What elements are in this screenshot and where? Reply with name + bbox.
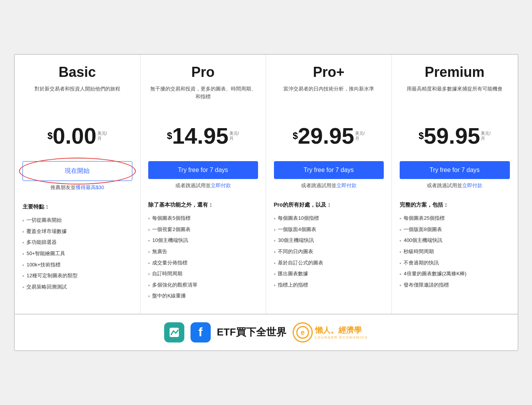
lounger-main-text: 懶人。經濟學 — [315, 325, 362, 335]
list-item: •30個主機端快訊 — [274, 235, 384, 247]
price-area-pro: $14.95美元/月 — [148, 122, 258, 149]
bullet-icon: • — [23, 228, 24, 236]
price-label-proplus: 美元/月 — [354, 131, 365, 141]
skip-link-proplus[interactable]: 立即付款 — [336, 183, 357, 188]
cta-button-pro[interactable]: Try free for 7 days — [148, 161, 258, 179]
list-item: •一個版面4個圖表 — [274, 224, 384, 236]
list-item: •4倍量的圖表數據(2萬條K棒) — [400, 269, 510, 280]
bullet-icon: • — [400, 237, 402, 245]
price-label-pro: 美元/月 — [229, 131, 239, 141]
list-item: •多功能篩選器 — [23, 237, 132, 249]
pricing-grid: Basic對於新交易者和投資人開始他們的旅程$0.00美元/月現在開始推薦朋友並… — [15, 55, 518, 315]
bullet-icon: • — [400, 282, 402, 290]
feature-list-basic: •一切從圖表開始•覆蓋全球市場數據•多功能篩選器•50+智能繪圖工具•100k+… — [23, 215, 132, 293]
bullet-icon: • — [274, 226, 276, 234]
feature-text: 不同的日內圖表 — [278, 248, 313, 255]
list-item: •自訂時間周期 — [148, 269, 258, 280]
plan-desc-basic: 對於新交易者和投資人開始他們的旅程 — [23, 85, 132, 108]
list-item: •成交量分佈指標 — [148, 258, 258, 269]
svg-text:e: e — [301, 329, 305, 336]
list-item: •匯出圖表數據 — [274, 269, 384, 280]
feature-text: 400個主機端快訊 — [404, 237, 442, 244]
plan-col-premium: Premium用最高精度和最多數據來捕捉所有可能機會$59.95美元/月Try … — [392, 55, 518, 314]
price-main-basic: 0.00 — [53, 125, 97, 147]
feature-list-premium: •每個圖表25個指標•一個版面8個圖表•400個主機端快訊•秒級時間周期•不會過… — [400, 213, 510, 291]
bullet-icon: • — [148, 271, 150, 278]
feature-text: 100k+技術指標 — [26, 261, 61, 268]
bullet-icon: • — [400, 260, 402, 268]
bullet-icon: • — [23, 250, 24, 258]
facebook-logo: f — [191, 322, 211, 342]
price-main-premium: 59.95 — [424, 125, 480, 147]
feature-text: 50+智能繪圖工具 — [26, 250, 65, 257]
price-unit-premium: 月 — [481, 136, 490, 141]
bullet-icon: • — [148, 215, 150, 223]
features-section-premium: 完整的方案，包括：•每個圖表25個指標•一個版面8個圖表•400個主機端快訊•秒… — [400, 202, 510, 291]
price-area-proplus: $29.95美元/月 — [274, 122, 384, 149]
plan-name-pro: Pro — [148, 64, 258, 80]
cta-area-basic: 現在開始推薦朋友並獲得最高$30 — [23, 161, 132, 191]
feature-text: 一切從圖表開始 — [26, 217, 62, 224]
skip-link-pro[interactable]: 立即付款 — [211, 183, 231, 188]
features-section-proplus: Pro的所有好處，以及：•每個圖表10個指標•一個版面4個圖表•30個主機端快訊… — [274, 202, 384, 291]
lounger-logo: e 懶人。經濟學 LOUNGER ECONOMICS — [293, 322, 368, 342]
skip-text-pro: 或者跳過試用並立即付款 — [148, 182, 258, 189]
price-main-proplus: 29.95 — [298, 125, 354, 147]
skip-text-premium: 或者跳過試用並立即付款 — [400, 182, 510, 189]
list-item: •100k+技術指標 — [23, 260, 132, 271]
price-area-premium: $59.95美元/月 — [400, 122, 510, 149]
price-currency-pro: 美元/ — [229, 131, 239, 136]
feature-text: 多功能篩選器 — [26, 239, 57, 246]
list-item: •10個主機端快訊 — [148, 235, 258, 247]
bullet-icon: • — [148, 293, 150, 301]
cta-button-premium[interactable]: Try free for 7 days — [400, 161, 510, 179]
feature-text: 10個主機端快訊 — [152, 237, 188, 244]
skip-link-premium[interactable]: 立即付款 — [462, 183, 482, 188]
bullet-icon: • — [274, 249, 276, 256]
price-currency-premium: 美元/ — [481, 131, 490, 136]
feature-list-proplus: •每個圖表10個指標•一個版面4個圖表•30個主機端快訊•不同的日內圖表•基於自… — [274, 213, 384, 291]
feature-text: 秒級時間周期 — [404, 248, 434, 255]
feature-text: 每個圖表10個指標 — [278, 215, 319, 222]
list-item: •交易策略回溯測試 — [23, 282, 132, 293]
price-area-basic: $0.00美元/月 — [23, 122, 132, 149]
list-item: •多個強化的觀察清單 — [148, 280, 258, 291]
cta-area-pro: Try free for 7 days或者跳過試用並立即付款 — [148, 161, 258, 189]
list-item: •每個圖表10個指標 — [274, 213, 384, 224]
bullet-icon: • — [23, 217, 24, 225]
plan-name-proplus: Pro+ — [274, 64, 384, 80]
cta-button-proplus[interactable]: Try free for 7 days — [274, 161, 384, 179]
feature-text: 一個版面8個圖表 — [404, 226, 442, 233]
footer-middle-text: ETF買下全世界 — [217, 325, 286, 339]
lounger-icon: e — [293, 322, 313, 342]
bullet-icon: • — [400, 226, 402, 234]
list-item: •秒級時間周期 — [400, 247, 510, 258]
bullet-icon: • — [148, 249, 150, 256]
bullet-icon: • — [23, 239, 24, 247]
bullet-icon: • — [148, 226, 150, 234]
list-item: •一個視窗2個圖表 — [148, 224, 258, 236]
bullet-icon: • — [23, 284, 24, 292]
bullet-icon: • — [274, 215, 276, 223]
list-item: •50+智能繪圖工具 — [23, 249, 132, 260]
feature-text: 一個視窗2個圖表 — [152, 226, 190, 233]
features-section-basic: 主要特點：•一切從圖表開始•覆蓋全球市場數據•多功能篩選器•50+智能繪圖工具•… — [23, 203, 132, 293]
cta-button-basic[interactable]: 現在開始 — [23, 161, 132, 181]
feature-text: 30個主機端快訊 — [278, 237, 314, 244]
features-title-pro: 除了基本功能之外，還有： — [148, 202, 258, 209]
list-item: •每個圖表25個指標 — [400, 213, 510, 224]
feature-text: 成交量分佈指標 — [152, 259, 187, 266]
bullet-icon: • — [274, 271, 276, 278]
plan-col-pro: Pro無干擾的交易和投資，更多的圖表、時間周期、和指標$14.95美元/月Try… — [140, 55, 266, 314]
feature-text: 不會過期的快訊 — [404, 259, 439, 266]
feature-text: 指標上的指標 — [278, 282, 308, 289]
feature-text: 12種可定制圖表的類型 — [26, 272, 77, 279]
price-main-pro: 14.95 — [172, 125, 229, 147]
refer-link-basic[interactable]: 獲得最高$30 — [76, 184, 104, 190]
list-item: •一個版面8個圖表 — [400, 224, 510, 236]
feature-text: 自訂時間周期 — [152, 270, 182, 277]
bullet-icon: • — [148, 282, 150, 290]
price-dollar-pro: $ — [167, 131, 172, 141]
feature-text: 每個圖表5個指標 — [152, 215, 190, 222]
price-unit-pro: 月 — [229, 136, 239, 141]
